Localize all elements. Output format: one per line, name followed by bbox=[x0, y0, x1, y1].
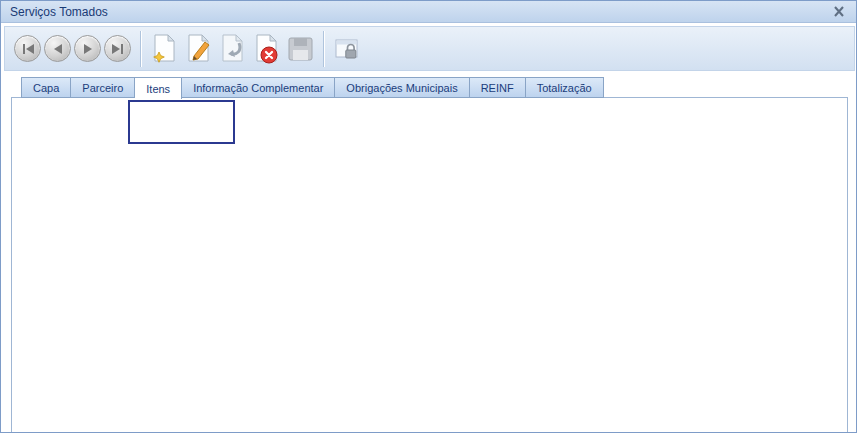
previous-record-button[interactable] bbox=[44, 35, 71, 62]
servicos-tomados-window: Serviços Tomados bbox=[0, 0, 857, 433]
tab-page-itens bbox=[11, 97, 848, 433]
first-record-button[interactable] bbox=[14, 35, 41, 62]
tab-totalizacao[interactable]: Totalização bbox=[526, 77, 604, 98]
tab-strip: Capa Parceiro Itens Informação Complemen… bbox=[21, 77, 604, 98]
main-toolbar bbox=[4, 26, 855, 71]
tab-itens[interactable]: Itens bbox=[135, 77, 182, 99]
next-record-button[interactable] bbox=[74, 35, 101, 62]
last-record-button[interactable] bbox=[104, 35, 131, 62]
tab-capa[interactable]: Capa bbox=[21, 77, 71, 98]
tab-obrigacoes-municipais[interactable]: Obrigações Municipais bbox=[335, 77, 469, 98]
tab-parceiro[interactable]: Parceiro bbox=[71, 77, 135, 98]
save-icon[interactable] bbox=[283, 31, 317, 67]
tab-reinf[interactable]: REINF bbox=[470, 77, 526, 98]
toolbar-separator bbox=[323, 31, 324, 67]
window-title: Serviços Tomados bbox=[10, 5, 108, 19]
close-icon[interactable] bbox=[831, 5, 847, 19]
title-bar: Serviços Tomados bbox=[1, 1, 856, 23]
new-record-icon[interactable] bbox=[147, 31, 181, 67]
undo-icon[interactable] bbox=[215, 31, 249, 67]
lock-icon[interactable] bbox=[330, 31, 364, 67]
tab-informacao-complementar[interactable]: Informação Complementar bbox=[182, 77, 335, 98]
edit-record-icon[interactable] bbox=[181, 31, 215, 67]
cancel-record-icon[interactable] bbox=[249, 31, 283, 67]
toolbar-separator bbox=[140, 31, 141, 67]
